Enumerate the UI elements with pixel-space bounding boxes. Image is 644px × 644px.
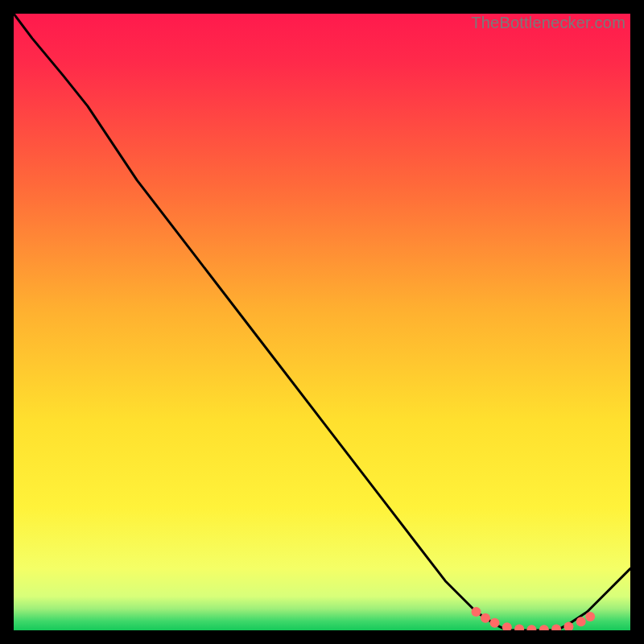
- watermark-text: TheBottlenecker.com: [471, 14, 625, 32]
- highlight-dot: [472, 607, 481, 617]
- bottleneck-chart: [14, 14, 630, 630]
- highlight-dot: [585, 612, 595, 621]
- highlight-dot: [481, 613, 490, 623]
- chart-frame: TheBottlenecker.com: [14, 14, 630, 630]
- highlight-dot: [576, 617, 586, 626]
- highlight-dot: [490, 618, 500, 628]
- gradient-bg: [14, 14, 630, 630]
